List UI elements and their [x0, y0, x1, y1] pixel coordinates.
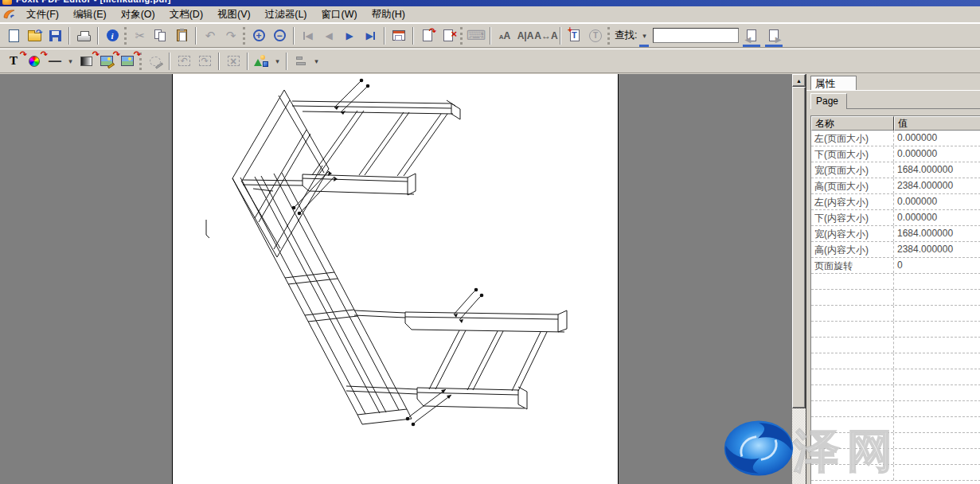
menu-filter[interactable]: 过滤器(L) [258, 6, 314, 23]
panel-tab-divider [847, 108, 980, 109]
add-image-object-button[interactable]: ↷ [117, 52, 138, 71]
last-page-button[interactable]: ▶ [360, 26, 381, 45]
image-edit-icon [100, 56, 113, 66]
rotate-right-icon: ↷ [199, 56, 211, 66]
add-text-button[interactable]: T+ [564, 26, 585, 45]
find-label: 查找: [615, 29, 637, 42]
undo-button[interactable]: ↶ [200, 26, 221, 45]
redo-button[interactable]: ↷ [221, 26, 241, 45]
property-value[interactable]: 1684.000000 [894, 226, 980, 241]
add-color-object-button[interactable]: ↷ [24, 52, 45, 71]
rotate-left-button[interactable]: ↶ [174, 52, 194, 71]
previous-page-icon: ◀ [325, 31, 332, 41]
property-value[interactable]: 2384.000000 [894, 242, 980, 257]
rotate-right-button[interactable]: ↷ [194, 52, 215, 71]
menu-file[interactable]: 文件(F) [19, 6, 66, 23]
insert-shapes-button[interactable] [252, 52, 272, 71]
menu-object[interactable]: 对象(O) [114, 6, 162, 23]
property-value[interactable]: 0.000000 [894, 194, 980, 209]
edit-image-object-button[interactable]: ↷ [96, 52, 117, 71]
find-next-button[interactable]: ▶ [764, 26, 783, 45]
char-spacing-button[interactable]: A↔A [536, 26, 556, 45]
pdf-page[interactable] [172, 74, 619, 484]
add-shade-object-button[interactable]: ↷ [76, 52, 96, 71]
text-tool-disabled-button[interactable]: T [585, 26, 606, 45]
red-arrow-icon: ↷ [134, 49, 141, 60]
find-input[interactable] [653, 28, 739, 43]
rotate-page-button[interactable]: ↷ [417, 26, 438, 45]
virtual-keyboard-button[interactable]: ⌨ [466, 26, 486, 45]
toolbar-object: T↷ ↷ — ▾ ↷ ↷ ↷ ↶ ↷ × ▾ ▾ [0, 49, 980, 73]
find-dropdown-button[interactable]: ▾ [638, 26, 650, 45]
property-value[interactable]: 2384.000000 [894, 178, 980, 193]
document-info-button[interactable]: i [102, 26, 123, 45]
foxit-app-icon [2, 8, 16, 21]
delete-page-button[interactable]: × [438, 26, 459, 45]
keyboard-icon: ⌨ [467, 29, 486, 42]
panel-title-tab[interactable]: 属性 [810, 76, 857, 90]
menu-help[interactable]: 帮助(H) [365, 6, 412, 23]
dropdown-icon: ▾ [639, 32, 649, 40]
copy-button[interactable] [150, 26, 171, 45]
menu-window[interactable]: 窗口(W) [314, 6, 365, 23]
shapes-dropdown[interactable]: ▾ [272, 52, 283, 71]
copy-icon [154, 29, 167, 42]
first-page-button[interactable]: ◀ [298, 26, 318, 45]
scrollbar-thumb[interactable] [792, 87, 806, 408]
empty-row [811, 401, 980, 417]
delete-selection-button[interactable]: × [223, 52, 244, 71]
zoom-in-button[interactable]: + [248, 26, 269, 45]
line-style-dropdown[interactable]: ▾ [65, 52, 76, 71]
vertical-scrollbar[interactable]: ▲ [792, 74, 806, 484]
menu-view[interactable]: 视图(V) [210, 6, 258, 23]
page-layout-button[interactable] [388, 26, 409, 45]
text-t-icon: T [10, 54, 18, 68]
edit-selection-button[interactable] [145, 52, 166, 71]
line-style-button[interactable]: — [45, 52, 65, 71]
new-document-button[interactable] [3, 26, 24, 45]
find-previous-button[interactable]: ◀ [742, 26, 761, 45]
save-button[interactable] [45, 26, 65, 45]
property-value[interactable]: 0 [894, 258, 980, 273]
property-value[interactable]: 1684.000000 [894, 162, 980, 178]
line-icon: — [49, 54, 61, 68]
font-width-button[interactable]: A|A [515, 26, 536, 45]
font-size-button[interactable]: AA [494, 26, 515, 45]
undo-icon: ↶ [205, 29, 216, 41]
add-text-object-button[interactable]: T↷ [3, 52, 24, 71]
toolbar-drag-handle[interactable] [607, 27, 610, 45]
add-text-t-icon: T [572, 30, 577, 40]
empty-row [811, 385, 980, 401]
align-dropdown[interactable]: ▾ [311, 52, 322, 71]
document-canvas[interactable] [0, 74, 792, 484]
column-header-name[interactable]: 名称 [811, 116, 894, 131]
scroll-up-button[interactable]: ▲ [792, 74, 806, 87]
empty-row [811, 417, 980, 433]
toolbar-drag-handle[interactable] [460, 27, 463, 45]
zoom-out-button[interactable]: − [269, 26, 290, 45]
property-value[interactable]: 0.000000 [894, 131, 980, 146]
property-value[interactable]: 0.000000 [894, 146, 980, 162]
empty-row [811, 274, 980, 290]
toolbar-drag-handle[interactable] [243, 27, 245, 45]
property-value[interactable]: 0.000000 [894, 210, 980, 225]
open-button[interactable]: ↷ [24, 26, 45, 45]
next-page-button[interactable]: ▶ [339, 26, 360, 45]
property-name: 宽(内容大小) [811, 226, 894, 241]
align-button[interactable] [291, 52, 311, 71]
tab-page[interactable]: Page [810, 93, 847, 109]
paste-button[interactable] [171, 26, 192, 45]
properties-table: 名称 值 左(页面大小)0.000000 下(页面大小)0.000000 宽(页… [810, 115, 980, 484]
separator [97, 27, 99, 45]
panel-title-divider [806, 90, 980, 91]
scrollbar-track[interactable] [792, 408, 806, 484]
previous-page-button[interactable]: ◀ [318, 26, 339, 45]
cut-button[interactable]: ✂ [130, 26, 150, 45]
print-button[interactable] [73, 26, 94, 45]
column-header-value[interactable]: 值 [894, 116, 980, 131]
separator [169, 53, 170, 70]
toolbar-drag-handle[interactable] [124, 27, 127, 45]
menu-edit[interactable]: 编辑(E) [66, 6, 114, 23]
find-dropdown-underline [639, 45, 649, 47]
menu-document[interactable]: 文档(D) [162, 6, 210, 23]
